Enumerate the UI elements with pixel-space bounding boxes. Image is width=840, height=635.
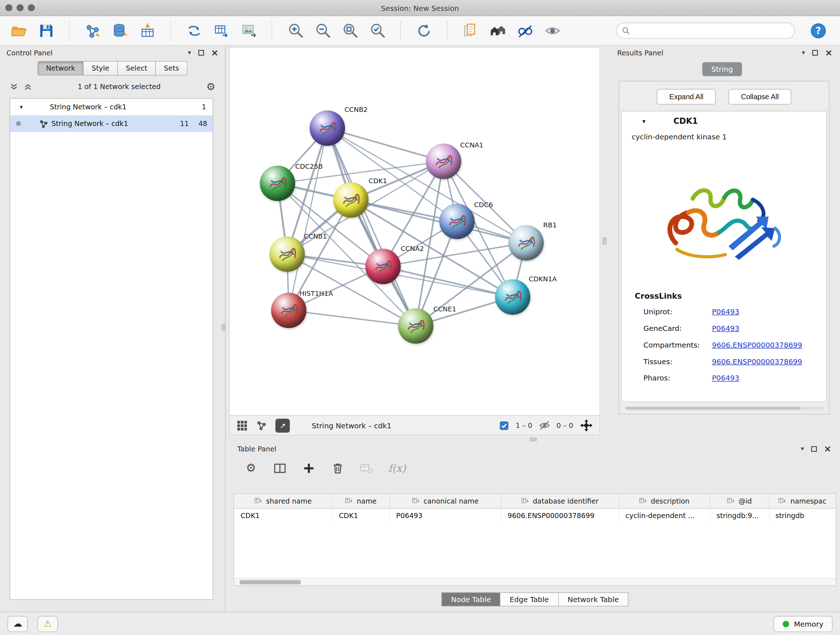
tab-sets[interactable]: Sets [156,61,188,76]
save-session-icon[interactable] [36,20,56,41]
network-collection-row[interactable]: ▾ String Network – cdk1 1 [10,98,213,115]
table-settings-gear-icon[interactable]: ⚙ [244,461,258,475]
column-header-shared-name[interactable]: shared name [234,494,332,508]
export-image-icon[interactable] [238,20,259,41]
delete-column-trash-icon[interactable] [331,461,345,475]
show-columns-icon[interactable] [273,461,287,475]
expand-all-button[interactable]: Expand All [657,89,716,105]
table-horizontal-scrollbar[interactable] [234,578,836,585]
network-node-ccna1[interactable] [426,144,461,179]
network-share-icon[interactable] [256,420,267,431]
table-cell[interactable]: 9606.ENSP00000378699 [501,508,619,523]
tab-string[interactable]: String [702,62,742,76]
network-row[interactable]: String Network – cdk1 11 48 [10,115,213,132]
hidden-eye-slash-icon[interactable] [538,420,550,431]
network-edge[interactable] [289,310,416,326]
network-node-rb1[interactable] [508,225,544,261]
panel-menu-caret-icon[interactable]: ▾ [802,49,805,56]
results-horizontal-scrollbar[interactable] [625,406,823,410]
zoom-fit-icon[interactable] [340,20,360,41]
zoom-out-icon[interactable] [312,20,332,41]
cloud-button[interactable]: ☁ [8,616,28,632]
crosslink-link[interactable]: 9606.ENSP00000378699 [712,353,802,370]
tab-edge-table[interactable]: Edge Table [501,592,559,606]
network-edge[interactable] [327,128,444,162]
hide-glasses-icon[interactable] [515,20,535,41]
float-panel-icon[interactable] [198,50,204,55]
protein-section-header[interactable]: ▾ CDK1 [622,111,826,131]
home-icon[interactable] [488,20,508,41]
open-session-icon[interactable] [9,20,29,41]
float-panel-icon[interactable] [811,446,817,451]
refresh-icon[interactable] [414,20,434,41]
network-node-ccne1[interactable] [398,308,433,344]
search-input[interactable] [634,27,789,35]
create-column-plus-icon[interactable] [302,461,316,475]
column-header-canonical-name[interactable]: canonical name [390,494,501,508]
search-field[interactable] [616,22,795,38]
column-header-database-identifier[interactable]: database identifier [501,494,619,508]
import-network-file-icon[interactable] [82,20,103,41]
network-node-ccnb2[interactable] [309,111,345,146]
help-icon[interactable]: ? [808,20,828,41]
tree-expand-icon[interactable]: ▾ [20,103,27,111]
section-expand-icon[interactable]: ▾ [643,117,646,125]
tab-select[interactable]: Select [118,61,156,76]
panel-menu-caret-icon[interactable]: ▾ [801,446,804,452]
table-cell[interactable]: stringdb:9... [710,508,769,523]
network-edge[interactable] [327,128,416,326]
network-node-cdc6[interactable] [439,204,475,239]
column-header--id[interactable]: @id [710,494,769,508]
tab-style[interactable]: Style [84,61,118,76]
network-canvas[interactable]: CCNB2CCNA1CDC25BCDK1CDC6RB1CCNB1CCNA2CDK… [229,47,600,415]
crosshair-move-icon[interactable] [579,419,593,432]
export-table-icon[interactable] [211,20,231,41]
table-cell[interactable]: stringdb [769,508,836,523]
collapse-all-tree-icon[interactable] [24,82,32,91]
gear-icon[interactable]: ⚙ [206,81,215,92]
birds-eye-view-icon[interactable] [236,420,248,432]
import-table-icon[interactable] [137,20,157,41]
function-builder-icon[interactable]: f(x) [388,462,406,474]
crosslink-link[interactable]: 9606.ENSP00000378699 [712,337,802,353]
warnings-button[interactable]: ⚠ [38,616,58,632]
table-cell[interactable]: CDK1 [332,508,389,523]
network-edge[interactable] [289,128,327,310]
network-node-cdc25b[interactable] [260,166,295,201]
memory-button[interactable]: Memory [774,616,833,632]
crosslink-link[interactable]: P06493 [712,303,739,320]
float-panel-icon[interactable] [812,50,818,55]
splitter-handle[interactable] [530,437,537,441]
table-row[interactable]: CDK1CDK1P064939606.ENSP00000378699cyclin… [234,508,836,523]
minimize-window-button[interactable] [17,4,24,11]
tab-node-table[interactable]: Node Table [441,592,501,606]
document-copy-icon[interactable] [460,20,480,41]
zoom-in-icon[interactable] [285,20,305,41]
open-in-new-window-button[interactable]: ↗ [275,418,290,432]
zoom-window-button[interactable] [28,4,35,11]
splitter-handle[interactable] [222,324,225,331]
network-node-ccnb1[interactable] [270,236,305,272]
network-node-cdkn1a[interactable] [495,279,531,315]
collapse-all-button[interactable]: Collapse All [729,89,791,105]
close-panel-icon[interactable]: × [211,48,218,57]
close-panel-icon[interactable]: × [825,48,832,57]
clone-network-icon[interactable] [184,20,204,41]
delete-table-icon[interactable] [360,461,374,475]
panel-menu-caret-icon[interactable]: ▾ [188,49,191,56]
scrollbar-thumb[interactable] [240,580,301,584]
crosslink-link[interactable]: P06493 [712,370,739,386]
network-edge[interactable] [351,200,526,242]
network-node-hist1h1a[interactable] [271,293,306,328]
crosslink-link[interactable]: P06493 [712,320,739,337]
eye-icon[interactable] [542,20,562,41]
network-node-cdk1[interactable] [333,182,369,218]
column-header-description[interactable]: description [619,494,710,508]
scrollbar-thumb[interactable] [626,407,801,409]
table-cell[interactable]: cyclin-dependent ... [619,508,710,523]
close-panel-icon[interactable]: × [824,444,831,453]
zoom-selected-icon[interactable] [367,20,387,41]
column-header-name[interactable]: name [332,494,389,508]
import-network-database-icon[interactable] [110,20,130,41]
table-cell[interactable]: P06493 [390,508,501,523]
